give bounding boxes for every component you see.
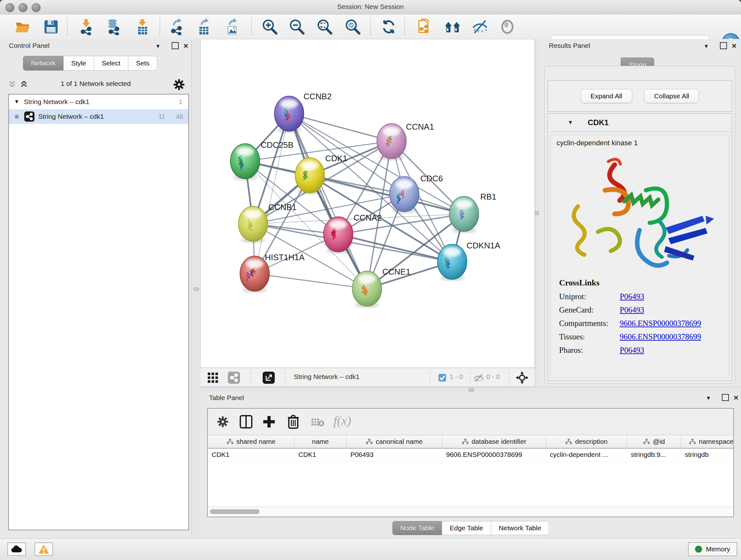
table-header-cell[interactable]: description (546, 435, 627, 448)
memory-button[interactable]: Memory (688, 542, 737, 556)
control-panel-float-icon[interactable] (172, 42, 179, 51)
network-edge[interactable] (289, 114, 367, 289)
import-table-icon[interactable] (135, 18, 151, 35)
table-header-cell[interactable]: namespace (681, 435, 733, 448)
toolbar-separator (404, 18, 405, 36)
node-label: CDC6 (420, 174, 443, 183)
selected-items-checkbox-icon[interactable] (438, 374, 447, 382)
import-network-from-database-icon[interactable] (106, 18, 122, 35)
results-panel-float-icon[interactable] (720, 42, 727, 51)
show-columns-icon[interactable] (240, 415, 253, 428)
network-node[interactable] (377, 124, 406, 160)
import-network-icon[interactable] (78, 18, 95, 35)
network-node[interactable] (230, 144, 260, 180)
network-node[interactable] (239, 206, 268, 243)
network-view-share-icon[interactable] (227, 371, 240, 384)
tree-expander-icon[interactable]: ▼ (14, 99, 19, 105)
tab-network-table[interactable]: Network Table (491, 521, 549, 535)
tab-sets[interactable]: Sets (128, 56, 157, 71)
show-all-panels-icon[interactable] (444, 18, 461, 35)
table-header-cell[interactable]: name (294, 435, 347, 448)
hide-panels-icon[interactable] (472, 18, 488, 35)
horizontal-splitter-handle[interactable] (468, 388, 474, 392)
crosslink-row: GeneCard:P06493 (559, 306, 729, 314)
network-collection-count: 1 (170, 98, 183, 106)
crosslink-link[interactable]: P06493 (620, 292, 644, 301)
table-cell[interactable]: CDK1 (294, 449, 347, 461)
create-column-icon[interactable] (263, 415, 275, 428)
control-panel-close-icon[interactable]: ✕ (183, 42, 189, 50)
tab-node-table[interactable]: Node Table (392, 521, 442, 535)
save-session-icon[interactable] (43, 18, 59, 35)
network-canvas[interactable]: CCNB2CCNA1CDC25BCDK1CDC6RB1CCNB1CCNA2CDK… (200, 39, 535, 368)
collapse-all-button[interactable]: Collapse All (644, 89, 699, 103)
table-header-cell[interactable]: shared name (208, 435, 294, 448)
results-panel-title: Results Panel (549, 42, 590, 50)
results-panel-menu-icon[interactable]: ▾ (704, 42, 708, 50)
scrollbar-thumb[interactable] (210, 509, 259, 514)
table-panel-close-icon[interactable]: ✕ (733, 394, 739, 401)
network-options-gear-icon[interactable] (173, 78, 185, 91)
table-cell[interactable]: P06493 (347, 449, 442, 461)
network-tree: ▼ String Network – cdk1 1 String Network… (8, 94, 189, 530)
crosslink-link[interactable]: P06493 (620, 346, 644, 355)
network-collection-row[interactable]: ▼ String Network – cdk1 1 (9, 95, 188, 109)
left-splitter[interactable] (192, 39, 201, 538)
grid-view-icon[interactable] (207, 372, 218, 383)
crosslink-link[interactable]: 9606.ENSP00000378699 (620, 332, 701, 341)
gene-section-header[interactable]: ▼ CDK1 (548, 114, 732, 132)
table-cell[interactable]: stringdb (681, 449, 733, 461)
expand-all-button[interactable]: Expand All (581, 89, 632, 103)
zoom-fit-icon[interactable] (316, 18, 333, 35)
delete-column-trash-icon[interactable] (287, 415, 299, 429)
zoom-in-icon[interactable] (261, 18, 278, 35)
network-node[interactable] (274, 96, 304, 133)
network-collection-label: String Network – cdk1 (24, 98, 89, 106)
table-panel-menu-icon[interactable]: ▾ (707, 394, 710, 401)
export-network-icon[interactable] (169, 18, 185, 35)
export-image-icon[interactable] (224, 18, 241, 35)
refresh-icon[interactable] (381, 18, 397, 35)
network-node[interactable] (449, 196, 479, 233)
zoom-out-icon[interactable] (288, 18, 305, 35)
network-edge[interactable] (255, 273, 367, 289)
tab-select[interactable]: Select (94, 56, 128, 71)
table-panel-float-icon[interactable] (722, 394, 729, 402)
network-label: String Network – cdk1 (38, 113, 104, 120)
tab-style[interactable]: Style (64, 56, 94, 71)
network-edge[interactable] (255, 114, 289, 273)
export-table-icon[interactable] (196, 18, 212, 35)
tab-network[interactable]: Network (23, 56, 64, 71)
crosslink-link[interactable]: P06493 (620, 306, 644, 314)
network-node[interactable] (437, 244, 467, 281)
tab-edge-table[interactable]: Edge Table (442, 521, 491, 535)
table-cell[interactable]: 9606.ENSP00000378699 (442, 449, 546, 461)
table-settings-gear-icon[interactable] (217, 416, 229, 428)
table-panel: Table Panel ▾ ✕ f(x) shared namenamecano… (200, 392, 741, 538)
crosslink-link[interactable]: 9606.ENSP00000378699 (620, 319, 701, 328)
cloud-status-button[interactable] (7, 543, 26, 556)
detach-view-icon[interactable] (262, 371, 275, 384)
main-toolbar: ? (0, 15, 741, 39)
left-splitter-handle[interactable] (193, 287, 199, 291)
table-cell[interactable]: cyclin-dependent ... (546, 449, 627, 461)
section-collapse-icon[interactable]: ▼ (568, 119, 573, 126)
crosslink-row: Uniprot:P06493 (559, 292, 729, 301)
table-header-cell[interactable]: @id (627, 435, 681, 448)
network-node[interactable] (352, 271, 382, 308)
network-row[interactable]: String Network – cdk1 11 48 (9, 109, 188, 124)
control-panel-menu-icon[interactable]: ▾ (156, 42, 159, 50)
table-header-cell[interactable]: canonical name (347, 435, 442, 448)
node-table[interactable]: shared namenamecanonical namedatabase id… (208, 435, 733, 507)
table-row[interactable]: CDK1CDK1P064939606.ENSP00000378699cyclin… (208, 449, 733, 462)
open-session-icon[interactable] (14, 18, 30, 35)
birds-eye-view-icon[interactable] (516, 371, 529, 384)
results-panel-close-icon[interactable]: ✕ (731, 42, 737, 50)
table-cell[interactable]: CDK1 (208, 449, 294, 461)
clone-network-icon[interactable] (416, 18, 433, 35)
zoom-selected-icon[interactable] (344, 18, 361, 35)
table-header-cell[interactable]: database identifier (442, 435, 546, 448)
table-cell[interactable]: stringdb:9... (627, 449, 681, 461)
table-horizontal-scrollbar[interactable] (208, 507, 733, 516)
warnings-button[interactable] (35, 543, 53, 556)
